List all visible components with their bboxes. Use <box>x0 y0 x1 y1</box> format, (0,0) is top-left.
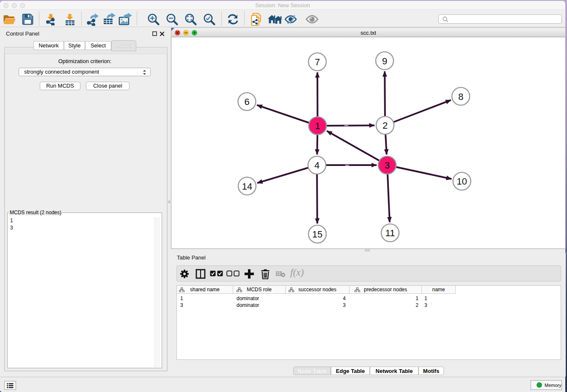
svg-text:8: 8 <box>458 91 463 102</box>
svg-text:11: 11 <box>385 228 395 238</box>
svg-text:2: 2 <box>383 120 388 131</box>
svg-text:3: 3 <box>385 160 390 171</box>
svg-text:14: 14 <box>242 181 252 192</box>
svg-text:10: 10 <box>457 176 467 187</box>
svg-text:6: 6 <box>244 97 249 107</box>
svg-text:7: 7 <box>315 57 320 67</box>
svg-text:4: 4 <box>314 160 319 171</box>
svg-text:15: 15 <box>312 229 322 240</box>
svg-text:1: 1 <box>315 121 320 131</box>
svg-text:9: 9 <box>382 56 387 66</box>
